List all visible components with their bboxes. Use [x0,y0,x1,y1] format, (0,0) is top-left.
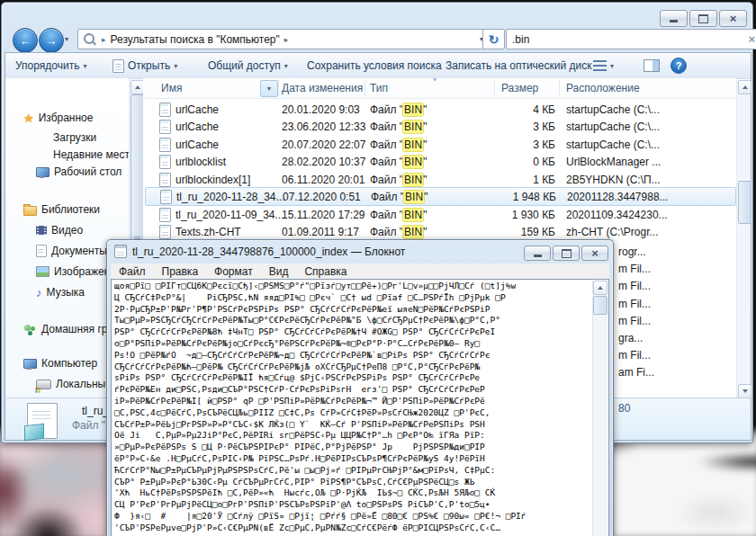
notepad-window: tl_ru_2020-11-28_344798876_100000_index … [106,239,614,536]
search-input[interactable]: .bin × [506,29,756,49]
file-size: 1 КБ [442,174,555,186]
table-row[interactable]: m Fil... [618,298,651,310]
share-button[interactable]: Общий доступ▾ [208,53,288,78]
column-separator[interactable] [559,80,560,96]
minimize-button[interactable] [660,10,688,27]
file-icon [159,155,171,169]
table-row[interactable]: gra... [618,332,643,344]
close-button[interactable]: × [719,10,747,27]
back-arrow-icon: ← [20,34,32,48]
selected-file-icon [27,403,58,439]
menu-view[interactable]: Вид [261,265,297,278]
column-header-type[interactable]: Тип [370,82,388,94]
column-header-location[interactable]: Расположение [566,82,640,94]
scrollbar-thumb[interactable] [738,181,752,224]
change-view-button[interactable]: ▾ [593,53,614,78]
menu-file[interactable]: Файл [111,265,154,278]
column-separator[interactable] [494,80,495,96]
burn-button[interactable]: Записать на оптический диск [446,53,592,78]
organize-button[interactable]: Упорядочить▾ [15,53,86,78]
organize-label: Упорядочить [15,59,79,72]
scroll-up-button[interactable] [130,80,144,94]
scrollbar-thumb[interactable] [593,296,608,315]
file-list-scrollbar[interactable] [736,80,751,398]
maximize-button[interactable] [689,10,717,27]
file-type: Файл "BIN" [370,174,427,186]
sort-indicator-icon: ▾ [433,78,436,84]
sidebar-item-downloads[interactable]: Загрузки [53,130,96,145]
scroll-down-button[interactable] [738,384,752,398]
computer-icon [23,359,37,369]
forward-button[interactable]: → [39,28,64,53]
table-row[interactable]: m Fil... [618,349,651,362]
column-header-date[interactable]: Дата изменения [282,82,363,94]
sidebar-item-local-disk-c[interactable]: Локальный [36,377,112,391]
table-row[interactable]: Texts.zh-CHT 01.09.2011 9:17 Файл "BIN" … [145,223,734,240]
scroll-up-button[interactable] [593,281,608,295]
sidebar-item-computer[interactable]: Компьютер [23,356,97,371]
table-row[interactable]: urlCache 23.06.2020 12:33 Файл "BIN" 3 К… [145,118,734,135]
sidebar-item-libraries[interactable]: Библиотеки [23,202,100,217]
clear-search-icon[interactable]: × [748,32,755,46]
notepad-text-area[interactable]: щоя□Рї□ □РІГт□СЦбК□Рєсї□Сђ]‹□PSMS□Р°ѓ"□Р… [111,279,609,536]
column-separator[interactable] [364,80,365,96]
open-label: Открыть [128,59,170,72]
minimize-button[interactable] [524,246,551,261]
save-search-button[interactable]: Сохранить условия поиска [307,53,442,78]
file-date: 20.07.2020 22:07 [282,138,365,151]
table-row[interactable]: am Fi... [618,366,654,379]
file-location: startupCache (C:\... [566,138,660,151]
sidebar-item-favorites[interactable]: ★ Избранное [23,111,93,125]
file-type: Файл "BIN" [370,226,427,238]
table-row[interactable]: urlCache 20.07.2020 22:07 Файл "BIN" 3 К… [145,136,734,153]
notepad-scrollbar[interactable] [592,281,608,536]
column-separator[interactable] [278,80,279,96]
file-size: 3 КБ [442,138,555,151]
refresh-button[interactable]: ↻ [482,29,505,49]
file-size: 1 930 КБ [442,209,555,221]
notepad-content[interactable]: щоя□Рї□ □РІГт□СЦбК□Рєсї□Сђ]‹□PSMS□Р°ѓ"□Р… [112,280,608,535]
search-highlight: BIN [403,226,423,238]
sidebar-item-videos[interactable]: Видео [36,223,83,237]
close-button[interactable]: × [581,246,608,261]
menu-format[interactable]: Формат [206,265,261,278]
table-row[interactable]: m Fil... [618,280,651,292]
notepad-titlebar[interactable]: tl_ru_2020-11-28_344798876_100000_index … [114,245,405,258]
table-row[interactable]: urlblocklist 28.02.2020 10:37 Файл "BIN"… [145,153,734,170]
column-header-size[interactable]: Размер [501,82,538,94]
minimize-icon [534,255,542,257]
open-button[interactable]: Открыть▾ [112,53,177,78]
sidebar-item-recent-places[interactable]: Недавние места [53,147,135,162]
scroll-up-button[interactable] [738,80,752,94]
homegroup-label: Домашняя гр [41,323,108,335]
menu-help[interactable]: Справка [296,265,355,278]
column-header-name[interactable]: Имя [161,82,182,94]
help-icon: ? [670,58,687,74]
sidebar-item-music[interactable]: ♪ Музыка [36,285,85,299]
back-button[interactable]: ← [13,28,38,53]
preview-pane-button[interactable] [644,53,660,78]
table-row[interactable]: rogr... [618,246,646,258]
file-icon [159,138,171,152]
sidebar-item-homegroup[interactable]: Домашняя гр [23,322,108,336]
table-row-selected[interactable]: tl_ru_2020-11-28_34... 07.12.2020 0:51 Ф… [145,187,736,206]
table-row[interactable]: m Fil... [618,263,651,275]
address-bar[interactable]: ▸ Результаты поиска в "Компьютер" ▸ ▾ [77,29,490,49]
help-button[interactable]: ? [670,53,687,78]
recent-pages-dropdown[interactable]: ▾ [65,35,68,43]
system-disk-icon [36,380,51,389]
document-icon [36,245,47,257]
file-name: tl_ru_2020-11-28_34... [176,191,285,203]
menu-edit[interactable]: Правка [154,265,207,278]
table-row[interactable]: m Fil... [618,315,651,327]
table-row[interactable]: urlCache 20.01.2020 9:03 Файл "BIN" 4 КБ… [145,101,734,118]
breadcrumb[interactable]: Результаты поиска в "Компьютер" [111,33,280,46]
table-row[interactable]: tl_ru_2020-11-09_34... 15.11.2020 17:29 … [145,206,734,223]
file-date: 06.11.2020 20:01 [282,174,365,186]
sidebar-item-desktop[interactable]: Рабочий стол [36,165,122,179]
filter-dropdown-icon[interactable]: ▼ [260,80,278,97]
videos-label: Видео [51,224,83,237]
maximize-button[interactable] [553,246,580,261]
table-row[interactable]: urlblockindex[1] 06.11.2020 20:01 Файл "… [145,171,734,188]
sidebar-item-documents[interactable]: Документы [36,244,107,258]
